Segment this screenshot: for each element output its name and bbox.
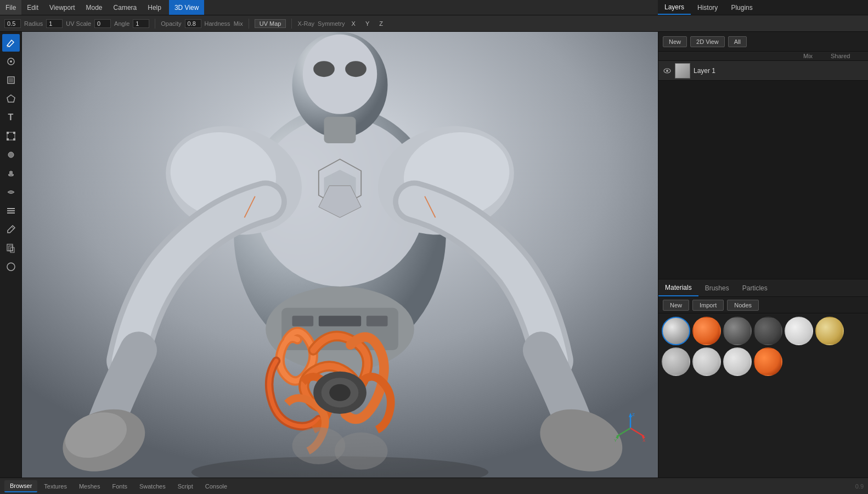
tab-script[interactable]: Script xyxy=(172,481,199,492)
svg-point-1 xyxy=(10,60,12,63)
angle-value[interactable]: 1 xyxy=(133,19,149,28)
layer-visibility-toggle[interactable] xyxy=(663,66,672,75)
swatch-0[interactable] xyxy=(662,317,690,345)
tab-meshes[interactable]: Meshes xyxy=(74,481,106,492)
menu-3dview[interactable]: 3D View xyxy=(169,0,204,15)
swatch-3[interactable] xyxy=(754,317,782,345)
hardness-label: Hardness xyxy=(205,20,230,27)
svg-point-47 xyxy=(335,433,388,470)
svg-point-60 xyxy=(666,70,668,72)
tab-particles[interactable]: Particles xyxy=(736,279,774,296)
swatch-7[interactable] xyxy=(692,347,721,376)
tab-layers[interactable]: Layers xyxy=(658,0,691,15)
nodes-btn[interactable]: Nodes xyxy=(727,300,759,311)
gizmo: Z X Y xyxy=(614,412,647,445)
svg-text:Z: Z xyxy=(632,412,635,417)
tool-fill[interactable] xyxy=(2,71,20,89)
svg-point-18 xyxy=(7,263,15,271)
new-material-btn[interactable]: New xyxy=(663,300,689,311)
right-panel-tabs: Layers History Plugins xyxy=(658,0,868,15)
main-area: T xyxy=(0,32,868,478)
opacity-value[interactable]: 0.8 xyxy=(185,19,201,28)
tool-layers[interactable] xyxy=(2,202,20,220)
tool-smear[interactable] xyxy=(2,183,20,201)
uvmap-btn[interactable]: UV Map xyxy=(255,19,286,28)
svg-rect-11 xyxy=(7,208,15,209)
svg-rect-7 xyxy=(13,132,15,134)
menu-edit[interactable]: Edit xyxy=(21,0,44,15)
uvscale-value[interactable]: 0 xyxy=(94,19,111,28)
tab-browser[interactable]: Browser xyxy=(4,480,37,492)
tool-grab[interactable] xyxy=(2,165,20,182)
right-panel: New 2D View All Mix Shared Layer 1 Mater… xyxy=(658,32,868,478)
axis-z[interactable]: Z xyxy=(376,19,386,28)
menu-camera[interactable]: Camera xyxy=(108,0,143,15)
tab-plugins[interactable]: Plugins xyxy=(724,0,759,15)
tool-export[interactable] xyxy=(2,239,20,257)
viewport[interactable]: Z X Y xyxy=(22,32,658,478)
svg-point-10 xyxy=(8,152,14,158)
tab-textures[interactable]: Textures xyxy=(38,481,72,492)
swatch-5[interactable] xyxy=(815,317,844,345)
xray-label: X-Ray xyxy=(297,20,314,27)
swatch-2[interactable] xyxy=(723,317,752,345)
swatch-6[interactable] xyxy=(662,347,690,376)
svg-point-42 xyxy=(313,61,335,77)
tool-transform[interactable] xyxy=(2,127,20,145)
tab-console[interactable]: Console xyxy=(200,481,233,492)
svg-point-39 xyxy=(329,384,351,401)
svg-line-56 xyxy=(617,428,630,436)
svg-rect-35 xyxy=(319,316,361,326)
swatch-1[interactable] xyxy=(692,317,721,345)
radius-label: Radius xyxy=(24,20,43,27)
left-toolbar: T xyxy=(0,32,22,478)
tool-text[interactable]: T xyxy=(2,109,20,126)
tool-light[interactable] xyxy=(2,146,20,164)
svg-rect-3 xyxy=(9,78,13,82)
version-number: 0.9 xyxy=(855,483,864,490)
menu-help[interactable]: Help xyxy=(142,0,167,15)
import-material-btn[interactable]: Import xyxy=(692,300,724,311)
tool-clone[interactable] xyxy=(2,53,20,70)
swatch-8[interactable] xyxy=(723,347,752,376)
menu-viewport[interactable]: Viewport xyxy=(44,0,80,15)
swatches-grid xyxy=(658,313,868,379)
swatch-9[interactable] xyxy=(754,347,782,376)
new-layer-btn[interactable]: New xyxy=(663,36,687,47)
all-btn[interactable]: All xyxy=(728,36,747,47)
tab-swatches[interactable]: Swatches xyxy=(134,481,171,492)
swatch-4[interactable] xyxy=(785,317,813,345)
materials-tabs-bar: Materials Brushes Particles xyxy=(658,279,868,297)
axis-y[interactable]: Y xyxy=(362,19,373,28)
radius-value[interactable]: 1 xyxy=(46,19,63,28)
svg-rect-34 xyxy=(292,316,314,326)
tab-history[interactable]: History xyxy=(691,0,724,15)
uvscale-label: UV Scale xyxy=(66,20,91,27)
layers-spacer xyxy=(658,81,868,279)
svg-point-43 xyxy=(345,61,367,77)
tool-paint[interactable] xyxy=(2,34,20,52)
svg-rect-44 xyxy=(324,117,356,143)
svg-rect-8 xyxy=(7,138,9,141)
tab-brushes[interactable]: Brushes xyxy=(698,279,736,296)
layer-row[interactable]: Layer 1 xyxy=(658,61,868,81)
menu-mode[interactable]: Mode xyxy=(81,0,108,15)
layer-name: Layer 1 xyxy=(694,67,857,75)
svg-rect-36 xyxy=(367,316,388,326)
size-value[interactable]: 0.5 xyxy=(4,19,21,28)
svg-line-53 xyxy=(630,428,644,436)
menu-file[interactable]: File xyxy=(0,0,21,15)
axis-x[interactable]: X xyxy=(348,19,359,28)
materials-panel: Materials Brushes Particles New Import N… xyxy=(658,279,868,478)
tool-sphere[interactable] xyxy=(2,258,20,276)
tab-fonts[interactable]: Fonts xyxy=(106,481,133,492)
materials-actions: New Import Nodes xyxy=(658,297,868,313)
menu-bar: File Edit Viewport Mode Camera Help 3D V… xyxy=(0,0,868,15)
view-2d-btn[interactable]: 2D View xyxy=(690,36,725,47)
tool-polygon[interactable] xyxy=(2,90,20,108)
opacity-label: Opacity xyxy=(161,20,181,27)
mix-label: Mix xyxy=(234,20,243,27)
tab-materials[interactable]: Materials xyxy=(658,279,698,296)
svg-text:X: X xyxy=(642,438,646,443)
tool-picker[interactable] xyxy=(2,221,20,238)
